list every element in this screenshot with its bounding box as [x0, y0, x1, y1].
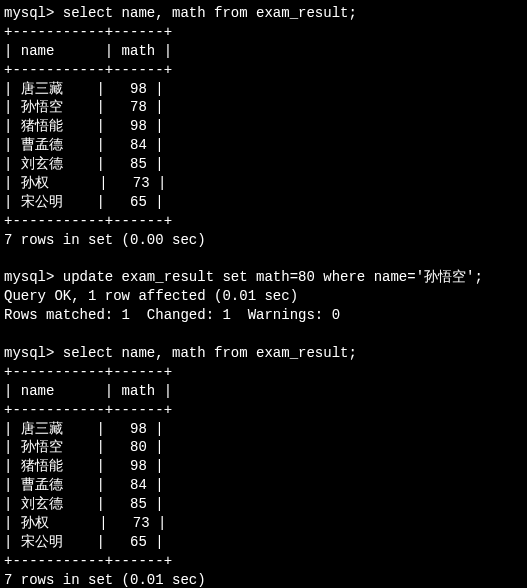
- query-ok-message: Query OK, 1 row affected (0.01 sec): [4, 287, 523, 306]
- table-row: | 猪悟能 | 98 |: [4, 457, 523, 476]
- table-border: +-----------+------+: [4, 23, 523, 42]
- table-row: | 曹孟德 | 84 |: [4, 476, 523, 495]
- blank-line: [4, 325, 523, 344]
- table-row: | 宋公明 | 65 |: [4, 533, 523, 552]
- blank-line: [4, 250, 523, 269]
- result-footer: 7 rows in set (0.01 sec): [4, 571, 523, 588]
- sql-command: update exam_result set math=80 where nam…: [63, 269, 483, 285]
- rows-matched-message: Rows matched: 1 Changed: 1 Warnings: 0: [4, 306, 523, 325]
- table-row: | 刘玄德 | 85 |: [4, 495, 523, 514]
- table-header: | name | math |: [4, 42, 523, 61]
- table-border: +-----------+------+: [4, 212, 523, 231]
- table-row: | 孙悟空 | 80 |: [4, 438, 523, 457]
- table-header: | name | math |: [4, 382, 523, 401]
- table-row: | 唐三藏 | 98 |: [4, 80, 523, 99]
- table-border: +-----------+------+: [4, 401, 523, 420]
- table-row: | 孙悟空 | 78 |: [4, 98, 523, 117]
- sql-prompt-line-2[interactable]: mysql> update exam_result set math=80 wh…: [4, 268, 523, 287]
- sql-command: select name, math from exam_result;: [63, 345, 357, 361]
- table-row: | 孙权 | 73 |: [4, 174, 523, 193]
- table-row: | 猪悟能 | 98 |: [4, 117, 523, 136]
- result-footer: 7 rows in set (0.00 sec): [4, 231, 523, 250]
- table-row: | 曹孟德 | 84 |: [4, 136, 523, 155]
- table-row: | 宋公明 | 65 |: [4, 193, 523, 212]
- sql-prompt-line-3[interactable]: mysql> select name, math from exam_resul…: [4, 344, 523, 363]
- table-border: +-----------+------+: [4, 61, 523, 80]
- mysql-prompt: mysql>: [4, 345, 63, 361]
- sql-prompt-line-1[interactable]: mysql> select name, math from exam_resul…: [4, 4, 523, 23]
- sql-command: select name, math from exam_result;: [63, 5, 357, 21]
- table-row: | 孙权 | 73 |: [4, 514, 523, 533]
- table-row: | 唐三藏 | 98 |: [4, 420, 523, 439]
- table-border: +-----------+------+: [4, 552, 523, 571]
- table-border: +-----------+------+: [4, 363, 523, 382]
- mysql-prompt: mysql>: [4, 269, 63, 285]
- mysql-prompt: mysql>: [4, 5, 63, 21]
- table-row: | 刘玄德 | 85 |: [4, 155, 523, 174]
